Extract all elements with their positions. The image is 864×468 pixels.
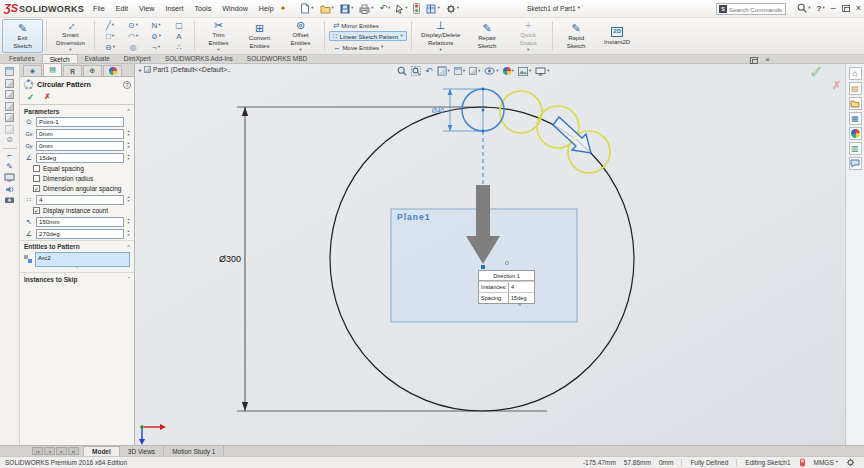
top-view-icon[interactable] [5, 125, 14, 134]
rectangle-tool-button[interactable]: □▾ [99, 31, 121, 42]
callout-collapse-icon[interactable]: ^ [518, 302, 521, 309]
corner-view-icon[interactable]: ⌐ [7, 152, 12, 160]
display-delete-relations-button[interactable]: ⊥ Display/DeleteRelations ▾ [415, 19, 467, 53]
callout-spacing-value[interactable]: 15deg [509, 293, 534, 303]
isometric-view-icon[interactable] [5, 67, 14, 76]
forum-button[interactable] [849, 157, 862, 170]
radius-stepper[interactable]: ▴▾ [126, 218, 131, 225]
dimension-300-text[interactable]: Ø300 [219, 254, 241, 264]
new-document-button[interactable]: ▾ [300, 3, 313, 14]
model-tab[interactable]: Model [83, 446, 120, 456]
callout-drag-handle-icon[interactable] [505, 261, 509, 265]
pm-help-icon[interactable]: ? [123, 81, 131, 89]
zoom-to-fit-button[interactable] [397, 66, 407, 76]
dimxpert-manager-tab[interactable]: ⊕ [83, 65, 102, 76]
confirm-cancel-button[interactable]: ✗ [832, 79, 841, 92]
camera-icon[interactable] [4, 196, 15, 204]
selected-arc[interactable] [462, 88, 504, 133]
display-manager-tab[interactable] [103, 65, 122, 76]
file-explorer-button[interactable] [849, 97, 862, 110]
parameters-section-header[interactable]: Parameters ^ [20, 105, 134, 116]
pattern-point-field[interactable] [36, 117, 124, 127]
center-y-field[interactable] [36, 141, 124, 151]
search-submit-button[interactable]: ▾ [797, 3, 810, 13]
sketch-picture-button[interactable]: ▢ [168, 20, 190, 31]
center-x-field[interactable] [36, 129, 124, 139]
apply-scene-button[interactable]: ▾ [518, 67, 531, 76]
menu-edit[interactable]: Edit [116, 4, 128, 13]
last-tab-button[interactable]: ▸| [68, 447, 79, 455]
save-button[interactable]: ▾ [340, 4, 353, 14]
appearances-button[interactable] [849, 127, 862, 140]
custom-properties-button[interactable]: ▥ [849, 142, 862, 155]
smart-dimension-button[interactable]: ↔ SmartDimension ▾ [50, 19, 91, 53]
linear-sketch-pattern-button[interactable]: ∷ Linear Sketch Pattern ▾ [329, 31, 407, 41]
center-y-stepper[interactable]: ▴▾ [126, 142, 131, 149]
search-input[interactable] [729, 6, 783, 13]
monitor-icon[interactable] [4, 173, 15, 182]
arc-angle-stepper[interactable]: ▴▾ [126, 230, 131, 237]
spacing-angle-stepper[interactable]: ▴▾ [126, 154, 131, 161]
equal-spacing-checkbox[interactable] [33, 165, 40, 172]
tab-solidworks-addins[interactable]: SOLIDWORKS Add-Ins [158, 54, 240, 63]
design-library-button[interactable]: ▤ [849, 82, 862, 95]
instance-count-field[interactable] [36, 195, 124, 205]
move-entities-button[interactable]: ↔ Move Entities ▾ [329, 42, 407, 52]
close-button[interactable]: × [856, 4, 861, 13]
text-tool-button[interactable]: A [168, 31, 190, 42]
feature-manager-tab[interactable]: ◈ [23, 65, 42, 76]
next-tab-button[interactable]: ▸ [56, 447, 67, 455]
direction-callout[interactable]: Direction 1 Instances: 4 Spacing: 15deg [478, 270, 535, 304]
back-view-icon[interactable] [5, 90, 14, 99]
spacing-angle-field[interactable] [36, 153, 124, 163]
sketch-canvas[interactable]: Ø300 Plane1 [135, 64, 845, 445]
menu-tools[interactable]: Tools [194, 4, 211, 13]
dimension-radius-checkbox[interactable] [33, 175, 40, 182]
ellipse-tool-button[interactable]: ⊘▾ [145, 31, 167, 42]
edit-appearance-button[interactable]: ▾ [503, 67, 514, 75]
line-tool-button[interactable]: ╱▾ [99, 20, 121, 31]
display-count-checkbox[interactable]: ✓ [33, 207, 40, 214]
rapid-sketch-button[interactable]: ✎ RapidSketch [556, 19, 597, 53]
undo-button[interactable]: ↶ ▾ [379, 4, 390, 13]
slot-tool-button[interactable]: ⊖▾ [99, 42, 121, 53]
mirror-entities-button[interactable]: ⇄ Mirror Entities [329, 20, 407, 30]
dimension-40[interactable]: Ø40 [432, 89, 481, 131]
home-tab-button[interactable]: ⌂ [849, 67, 862, 80]
dimension-angular-checkbox[interactable]: ✓ [33, 185, 40, 192]
menu-view[interactable]: View [139, 4, 154, 13]
pm-cancel-button[interactable]: ✗ [44, 92, 50, 102]
configuration-manager-tab[interactable]: R [63, 65, 82, 76]
feature-tree-flyout[interactable]: ▸ Part1 (Default<<Default>.. [139, 66, 231, 73]
motion-study-tab[interactable]: Motion Study 1 [164, 446, 224, 456]
sketch-tool-icon[interactable]: ✎ [6, 163, 13, 171]
entities-selection-list[interactable]: Arc2 [35, 252, 130, 267]
restore-button[interactable] [842, 5, 850, 12]
property-manager-tab[interactable]: ▤ [43, 63, 62, 76]
menu-help[interactable]: Help [259, 4, 274, 13]
offset-entities-button[interactable]: ⊚ OffsetEntities ▾ [280, 19, 321, 53]
display-style-button[interactable]: ▾ [469, 67, 480, 75]
radius-field[interactable] [36, 217, 124, 227]
settings-button[interactable]: ▾ [446, 4, 459, 14]
pm-ok-button[interactable]: ✓ [27, 92, 34, 102]
flyout-expand-icon[interactable]: ▸ [139, 66, 142, 73]
callout-anchor-point[interactable] [481, 265, 485, 269]
repair-sketch-button[interactable]: ✎ RepairSketch [467, 19, 508, 53]
selected-entity[interactable]: Arc2 [38, 254, 51, 261]
instance-count-stepper[interactable]: ▴▾ [126, 196, 131, 203]
menu-window[interactable]: Window [222, 4, 248, 13]
minimize-button[interactable]: – [831, 6, 836, 11]
print-button[interactable]: ▾ [359, 4, 373, 14]
previous-view-button[interactable]: ↶ [425, 67, 433, 76]
graphics-area[interactable]: ▸ Part1 (Default<<Default>.. ↶ ▾ ▾ [135, 64, 845, 445]
view-orientation-button[interactable]: ▾ [454, 67, 465, 75]
spline-tool-button[interactable]: N▾ [145, 20, 167, 31]
speaker-icon[interactable] [5, 185, 15, 194]
instant2d-button[interactable]: 2D Instant2D [597, 19, 638, 53]
status-gear-icon[interactable] [846, 458, 855, 467]
3d-views-tab[interactable]: 3D Views [120, 446, 164, 456]
callout-instances-value[interactable]: 4 [509, 282, 534, 292]
help-button[interactable]: ? ▾ [817, 4, 825, 13]
left-view-icon[interactable] [5, 102, 14, 111]
